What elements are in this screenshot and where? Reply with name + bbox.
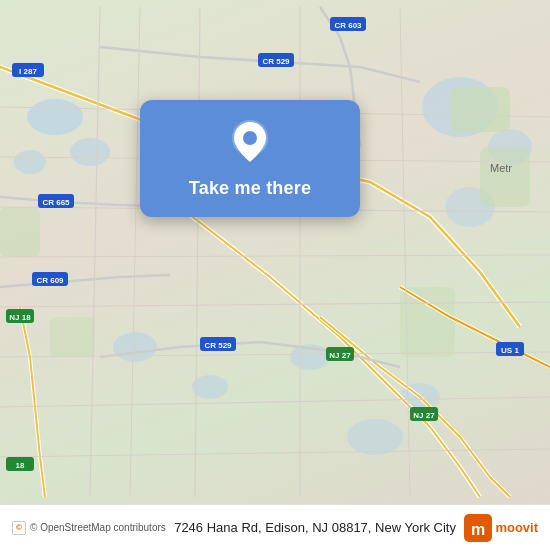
svg-line-16: [90, 7, 100, 497]
svg-point-3: [113, 332, 157, 362]
svg-text:CR 529: CR 529: [204, 341, 232, 350]
svg-line-28: [0, 449, 550, 457]
moovit-icon: m: [464, 514, 492, 542]
bottom-bar: © © OpenStreetMap contributors 7246 Hana…: [0, 504, 550, 550]
location-pin-icon: [226, 118, 274, 166]
svg-text:CR 609: CR 609: [36, 276, 64, 285]
location-card: Take me there: [140, 100, 360, 217]
svg-text:18: 18: [16, 461, 25, 470]
svg-text:I 287: I 287: [19, 67, 37, 76]
svg-rect-14: [400, 287, 455, 357]
svg-line-22: [0, 397, 550, 407]
svg-text:US 1: US 1: [501, 346, 519, 355]
svg-text:NJ 27: NJ 27: [413, 411, 435, 420]
svg-line-24: [400, 7, 410, 497]
svg-point-10: [347, 419, 403, 455]
svg-line-21: [0, 302, 550, 307]
svg-text:NJ 18: NJ 18: [9, 313, 31, 322]
svg-text:m: m: [471, 521, 485, 538]
svg-text:CR 529: CR 529: [262, 57, 290, 66]
osm-attribution: © © OpenStreetMap contributors: [12, 521, 166, 535]
svg-rect-11: [450, 87, 510, 132]
app: I 287 CR 529 CR 603 CR 665 CR 609 NJ 18 …: [0, 0, 550, 550]
svg-text:Metr: Metr: [490, 162, 512, 174]
svg-text:CR 665: CR 665: [42, 198, 70, 207]
moovit-text: moovit: [495, 520, 538, 535]
svg-point-2: [14, 150, 46, 174]
svg-text:CR 603: CR 603: [334, 21, 362, 30]
map-svg: I 287 CR 529 CR 603 CR 665 CR 609 NJ 18 …: [0, 0, 550, 504]
svg-line-23: [130, 7, 140, 497]
svg-point-0: [27, 99, 83, 135]
svg-rect-15: [50, 317, 95, 357]
moovit-logo: m moovit: [464, 514, 538, 542]
map-container: I 287 CR 529 CR 603 CR 665 CR 609 NJ 18 …: [0, 0, 550, 504]
svg-line-17: [195, 7, 200, 497]
osm-text: © OpenStreetMap contributors: [30, 522, 166, 533]
take-me-there-button[interactable]: Take me there: [181, 176, 319, 201]
address-text: 7246 Hana Rd, Edison, NJ 08817, New York…: [166, 520, 465, 535]
svg-point-4: [192, 375, 228, 399]
svg-point-1: [70, 138, 110, 166]
svg-point-53: [243, 131, 257, 145]
osm-logo: ©: [12, 521, 26, 535]
svg-text:NJ 27: NJ 27: [329, 351, 351, 360]
svg-rect-13: [0, 207, 40, 257]
svg-rect-12: [480, 147, 530, 207]
